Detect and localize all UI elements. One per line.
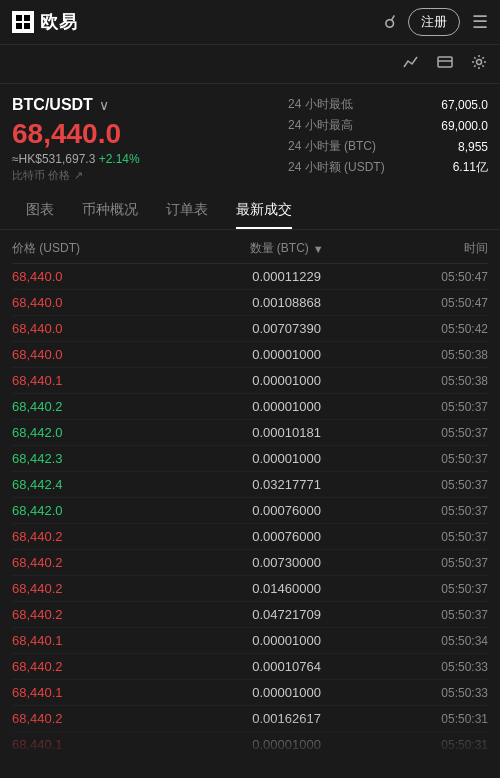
cell-time: 05:50:37 (378, 556, 488, 570)
stat-row-vol-usdt: 24 小时额 (USDT) 6.11亿 (288, 159, 488, 176)
cell-qty: 0.00001000 (195, 399, 378, 414)
svg-point-6 (477, 60, 482, 65)
price-label: 比特币 价格 ↗ (12, 168, 288, 183)
cell-time: 05:50:37 (378, 530, 488, 544)
cell-qty: 0.00001000 (195, 685, 378, 700)
stat-value-low: 67,005.0 (441, 98, 488, 112)
app-header: 欧易 ☌ 注册 ☰ (0, 0, 500, 45)
col-header-time: 时间 (378, 240, 488, 257)
cell-time: 05:50:37 (378, 452, 488, 466)
svg-rect-4 (438, 57, 452, 67)
cell-time: 05:50:33 (378, 660, 488, 674)
cell-price: 68,442.3 (12, 451, 195, 466)
stat-row-high: 24 小时最高 69,000.0 (288, 117, 488, 134)
stat-value-vol-btc: 8,955 (458, 140, 488, 154)
cell-time: 05:50:38 (378, 374, 488, 388)
cell-qty: 0.00010181 (195, 425, 378, 440)
table-row: 68,440.2 0.00162617 05:50:31 (12, 706, 488, 732)
table-row: 68,440.2 0.00010764 05:50:33 (12, 654, 488, 680)
cell-qty: 0.00108868 (195, 295, 378, 310)
current-price: 68,440.0 (12, 120, 288, 148)
stat-row-vol-btc: 24 小时量 (BTC) 8,955 (288, 138, 488, 155)
cell-price: 68,440.0 (12, 269, 195, 284)
stat-label-vol-btc: 24 小时量 (BTC) (288, 138, 376, 155)
filter-icon[interactable]: ▼ (313, 243, 324, 255)
price-change: +2.14% (99, 152, 140, 166)
cell-time: 05:50:37 (378, 582, 488, 596)
cell-qty: 0.00076000 (195, 503, 378, 518)
tab-orders[interactable]: 订单表 (152, 191, 222, 229)
hkd-price: ≈HK$531,697.3 +2.14% (12, 152, 288, 166)
cell-price: 68,440.0 (12, 321, 195, 336)
cell-price: 68,440.2 (12, 555, 195, 570)
trading-pair[interactable]: BTC/USDT (12, 96, 93, 114)
table-row: 68,440.0 0.00011229 05:50:47 (12, 264, 488, 290)
cell-qty: 0.00001000 (195, 347, 378, 362)
cell-price: 68,440.0 (12, 295, 195, 310)
svg-rect-0 (16, 15, 22, 21)
cell-price: 68,440.1 (12, 373, 195, 388)
table-row: 68,440.0 0.00001000 05:50:38 (12, 342, 488, 368)
cell-qty: 0.00162617 (195, 711, 378, 726)
cell-qty: 0.01460000 (195, 581, 378, 596)
table-row: 68,440.1 0.00001000 05:50:34 (12, 628, 488, 654)
tab-chart[interactable]: 图表 (12, 191, 68, 229)
cell-time: 05:50:37 (378, 504, 488, 518)
cell-qty: 0.03217771 (195, 477, 378, 492)
table-row: 68,440.2 0.04721709 05:50:37 (12, 602, 488, 628)
price-stats: 24 小时最低 67,005.0 24 小时最高 69,000.0 24 小时量… (288, 96, 488, 183)
table-row: 68,442.0 0.00076000 05:50:37 (12, 498, 488, 524)
cell-qty: 0.00001000 (195, 451, 378, 466)
logo-icon (12, 11, 34, 33)
cell-time: 05:50:47 (378, 296, 488, 310)
chart-icon[interactable] (402, 53, 420, 75)
cell-qty: 0.00707390 (195, 321, 378, 336)
cell-price: 68,440.1 (12, 737, 195, 752)
table-row: 68,440.2 0.00001000 05:50:37 (12, 394, 488, 420)
table-row: 68,440.2 0.01460000 05:50:37 (12, 576, 488, 602)
table-row: 68,442.0 0.00010181 05:50:37 (12, 420, 488, 446)
svg-rect-3 (24, 23, 30, 29)
logo: 欧易 (12, 10, 78, 34)
cell-qty: 0.00011229 (195, 269, 378, 284)
price-label-text: 比特币 价格 (12, 168, 70, 183)
table-row: 68,440.0 0.00108868 05:50:47 (12, 290, 488, 316)
menu-icon[interactable]: ☰ (472, 11, 488, 33)
toolbar (0, 45, 500, 84)
card-icon[interactable] (436, 53, 454, 75)
cell-time: 05:50:31 (378, 738, 488, 752)
settings-icon[interactable] (470, 53, 488, 75)
register-button[interactable]: 注册 (408, 8, 460, 36)
table-row: 68,440.1 0.00001000 05:50:38 (12, 368, 488, 394)
cell-price: 68,440.2 (12, 659, 195, 674)
cell-time: 05:50:34 (378, 634, 488, 648)
search-icon[interactable]: ☌ (384, 11, 396, 33)
stat-label-vol-usdt: 24 小时额 (USDT) (288, 159, 385, 176)
pair-dropdown-icon[interactable]: ∨ (99, 97, 109, 113)
header-actions: ☌ 注册 ☰ (384, 8, 488, 36)
cell-time: 05:50:31 (378, 712, 488, 726)
external-link-icon[interactable]: ↗ (74, 169, 83, 182)
cell-qty: 0.00730000 (195, 555, 378, 570)
tab-trades[interactable]: 最新成交 (222, 191, 306, 229)
col-header-price: 价格 (USDT) (12, 240, 195, 257)
cell-price: 68,440.1 (12, 685, 195, 700)
pair-row: BTC/USDT ∨ (12, 96, 288, 114)
price-left: BTC/USDT ∨ 68,440.0 ≈HK$531,697.3 +2.14%… (12, 96, 288, 183)
cell-qty: 0.04721709 (195, 607, 378, 622)
col-header-qty: 数量 (BTC) ▼ (195, 240, 378, 257)
table-row: 68,440.2 0.00076000 05:50:37 (12, 524, 488, 550)
table-row: 68,440.0 0.00707390 05:50:42 (12, 316, 488, 342)
logo-text: 欧易 (40, 10, 78, 34)
table-row: 68,442.4 0.03217771 05:50:37 (12, 472, 488, 498)
cell-price: 68,440.0 (12, 347, 195, 362)
stat-value-vol-usdt: 6.11亿 (453, 159, 488, 176)
cell-time: 05:50:37 (378, 608, 488, 622)
cell-time: 05:50:47 (378, 270, 488, 284)
tab-overview[interactable]: 币种概况 (68, 191, 152, 229)
cell-qty: 0.00076000 (195, 529, 378, 544)
cell-time: 05:50:38 (378, 348, 488, 362)
table-header: 价格 (USDT) 数量 (BTC) ▼ 时间 (12, 230, 488, 264)
cell-time: 05:50:33 (378, 686, 488, 700)
cell-price: 68,440.2 (12, 607, 195, 622)
